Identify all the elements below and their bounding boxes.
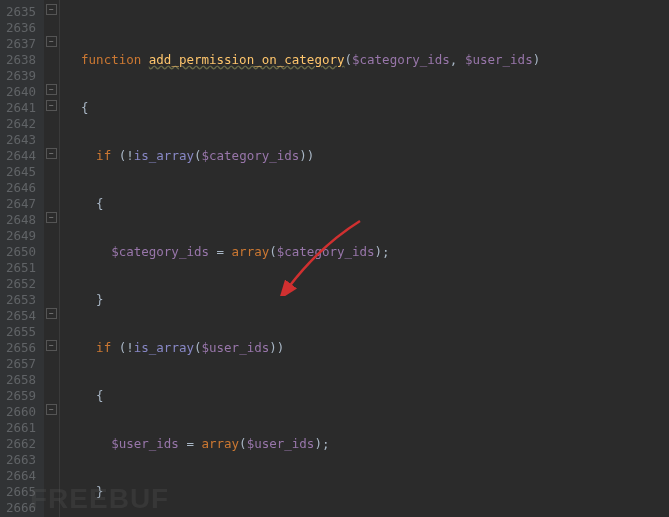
line-number: 2646 xyxy=(4,180,36,196)
fold-marker[interactable]: − xyxy=(46,308,57,319)
line-number: 2639 xyxy=(4,68,36,84)
code-line[interactable]: } xyxy=(66,292,669,308)
line-number: 2656 xyxy=(4,340,36,356)
line-number-gutter: 2635263626372638263926402641264226432644… xyxy=(0,0,44,517)
line-number: 2650 xyxy=(4,244,36,260)
fold-marker[interactable]: − xyxy=(46,36,57,47)
line-number: 2638 xyxy=(4,52,36,68)
line-number: 2640 xyxy=(4,84,36,100)
watermark-text: FREEBUF xyxy=(30,491,169,507)
line-number: 2664 xyxy=(4,468,36,484)
code-line[interactable]: { xyxy=(66,388,669,404)
line-number: 2659 xyxy=(4,388,36,404)
line-number: 2649 xyxy=(4,228,36,244)
line-number: 2635 xyxy=(4,4,36,20)
fold-marker[interactable]: − xyxy=(46,340,57,351)
line-number: 2663 xyxy=(4,452,36,468)
line-number: 2644 xyxy=(4,148,36,164)
line-number: 2641 xyxy=(4,100,36,116)
fold-marker[interactable]: − xyxy=(46,212,57,223)
line-number: 2657 xyxy=(4,356,36,372)
line-number: 2653 xyxy=(4,292,36,308)
line-number: 2658 xyxy=(4,372,36,388)
code-line[interactable]: function add_permission_on_category($cat… xyxy=(66,52,669,68)
code-line[interactable]: { xyxy=(66,196,669,212)
code-editor[interactable]: 2635263626372638263926402641264226432644… xyxy=(0,0,669,517)
line-number: 2651 xyxy=(4,260,36,276)
code-line[interactable]: $category_ids = array($category_ids); xyxy=(66,244,669,260)
line-number: 2652 xyxy=(4,276,36,292)
line-number: 2660 xyxy=(4,404,36,420)
line-number: 2647 xyxy=(4,196,36,212)
code-line[interactable]: if (!is_array($category_ids)) xyxy=(66,148,669,164)
fold-marker[interactable]: − xyxy=(46,84,57,95)
fold-marker[interactable]: − xyxy=(46,100,57,111)
code-line[interactable]: { xyxy=(66,100,669,116)
code-area[interactable]: function add_permission_on_category($cat… xyxy=(60,0,669,517)
code-line[interactable]: $user_ids = array($user_ids); xyxy=(66,436,669,452)
line-number: 2636 xyxy=(4,20,36,36)
fold-marker[interactable]: − xyxy=(46,404,57,415)
line-number: 2655 xyxy=(4,324,36,340)
line-number: 2643 xyxy=(4,132,36,148)
line-number: 2662 xyxy=(4,436,36,452)
line-number: 2648 xyxy=(4,212,36,228)
fold-marker[interactable]: − xyxy=(46,4,57,15)
code-line[interactable]: if (!is_array($user_ids)) xyxy=(66,340,669,356)
fold-marker[interactable]: − xyxy=(46,148,57,159)
line-number: 2661 xyxy=(4,420,36,436)
line-number: 2654 xyxy=(4,308,36,324)
line-number: 2645 xyxy=(4,164,36,180)
fold-column: − − − − − − − − − xyxy=(44,0,60,517)
line-number: 2642 xyxy=(4,116,36,132)
line-number: 2637 xyxy=(4,36,36,52)
